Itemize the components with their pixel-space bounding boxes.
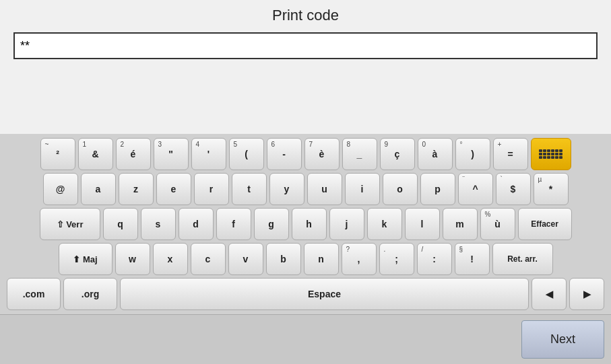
key-p[interactable]: p: [420, 173, 455, 205]
key-d[interactable]: d: [179, 208, 214, 240]
key-z[interactable]: z: [119, 173, 154, 205]
key-l[interactable]: l: [405, 208, 440, 240]
key-space[interactable]: Espace: [120, 278, 529, 310]
key-k[interactable]: k: [367, 208, 402, 240]
key-c[interactable]: c: [191, 243, 226, 275]
bottom-left-area: [0, 315, 519, 364]
key-dotcom[interactable]: .com: [7, 278, 61, 310]
key-at[interactable]: @: [43, 173, 78, 205]
key-row-3: ⇧ Verr q s d f g h j k l m %ù Effacer: [7, 208, 604, 240]
print-code-input[interactable]: [13, 32, 598, 59]
key-s[interactable]: s: [141, 208, 176, 240]
key-dotorg[interactable]: .org: [63, 278, 117, 310]
key-plus-equal[interactable]: +=: [493, 138, 528, 170]
key-x[interactable]: x: [153, 243, 188, 275]
key-q[interactable]: q: [103, 208, 138, 240]
key-w[interactable]: w: [115, 243, 150, 275]
key-a[interactable]: a: [81, 173, 116, 205]
key-9-ccedil[interactable]: 9ç: [380, 138, 415, 170]
keyboard: ~² 1& 2é 3" 4' 5( 6- 7è 8_ 9ç 0à °) += @…: [0, 134, 611, 314]
key-m[interactable]: m: [443, 208, 478, 240]
key-backspace-main[interactable]: Ret. arr.: [492, 243, 553, 275]
key-diaeresis-caret[interactable]: ¨^: [458, 173, 493, 205]
key-b[interactable]: b: [266, 243, 301, 275]
key-3-quote[interactable]: 3": [154, 138, 189, 170]
key-u[interactable]: u: [307, 173, 342, 205]
key-arrow-right[interactable]: ▶: [569, 278, 604, 310]
key-g[interactable]: g: [254, 208, 289, 240]
key-caps-lock[interactable]: ⇧ Verr: [40, 208, 100, 240]
key-grave-dollar[interactable]: `$: [496, 173, 531, 205]
key-shift[interactable]: ⬆ Maj: [59, 243, 112, 275]
key-y[interactable]: y: [269, 173, 304, 205]
key-n[interactable]: n: [304, 243, 339, 275]
next-button[interactable]: Next: [521, 320, 604, 359]
key-row-1: ~² 1& 2é 3" 4' 5( 6- 7è 8_ 9ç 0à °) +=: [7, 138, 604, 170]
key-f[interactable]: f: [216, 208, 251, 240]
key-2-e[interactable]: 2é: [116, 138, 151, 170]
key-degree-paren[interactable]: °): [455, 138, 490, 170]
key-percent-ugrave[interactable]: %ù: [480, 208, 515, 240]
key-7-egrave[interactable]: 7è: [304, 138, 340, 170]
key-v[interactable]: v: [228, 243, 263, 275]
key-i[interactable]: i: [345, 173, 380, 205]
key-delete[interactable]: Effacer: [518, 208, 572, 240]
key-row-4: ⬆ Maj w x c v b n ?, .; /: §! Ret. arr.: [7, 243, 604, 275]
key-e[interactable]: e: [156, 173, 191, 205]
key-backspace[interactable]: [531, 138, 571, 170]
key-1-amp[interactable]: 1&: [78, 138, 113, 170]
key-slash-colon[interactable]: /:: [417, 243, 452, 275]
bottom-bar: Next: [0, 314, 611, 364]
key-h[interactable]: h: [292, 208, 327, 240]
key-row-5: .com .org Espace ◀ ▶: [7, 278, 604, 310]
key-j[interactable]: j: [329, 208, 364, 240]
key-dot-semicolon[interactable]: .;: [379, 243, 414, 275]
key-section-excl[interactable]: §!: [455, 243, 490, 275]
key-4-apos[interactable]: 4': [191, 138, 226, 170]
key-5-open[interactable]: 5(: [229, 138, 264, 170]
key-t[interactable]: t: [232, 173, 267, 205]
key-6-dash[interactable]: 6-: [267, 138, 302, 170]
key-o[interactable]: o: [383, 173, 418, 205]
page-title: Print code: [272, 7, 339, 24]
key-row-2: @ a z e r t y u i o p ¨^ `$ µ*: [7, 173, 604, 205]
key-question-comma[interactable]: ?,: [342, 243, 377, 275]
key-mu-star[interactable]: µ*: [534, 173, 569, 205]
key-tilde-2[interactable]: ~²: [40, 138, 75, 170]
key-0-agrave[interactable]: 0à: [418, 138, 453, 170]
key-r[interactable]: r: [194, 173, 229, 205]
key-arrow-left[interactable]: ◀: [532, 278, 567, 310]
key-8-underscore[interactable]: 8_: [342, 138, 377, 170]
